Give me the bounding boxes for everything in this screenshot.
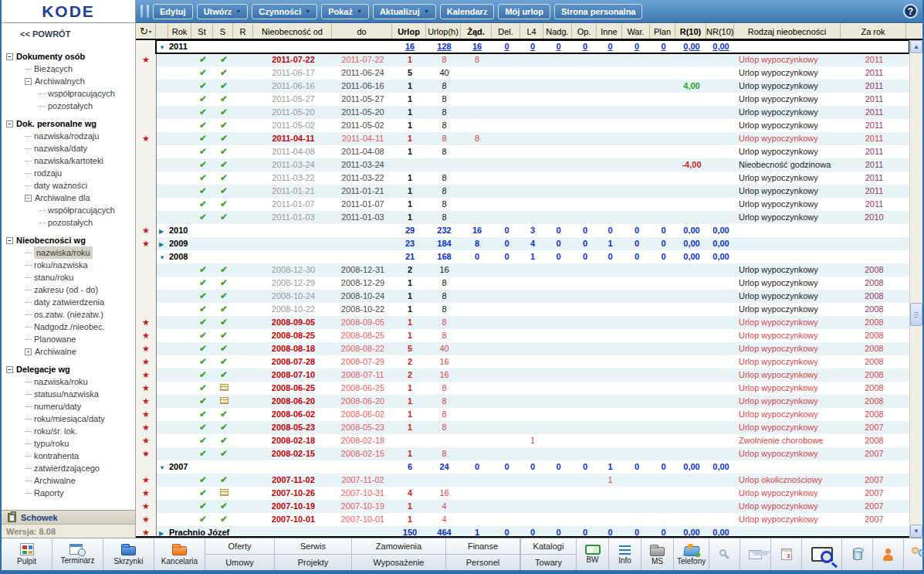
table-row[interactable]: ✔✔2011-05-272011-05-2718Urlop wypoczynko…	[136, 93, 909, 106]
table-row[interactable]: ✔✔2011-06-162011-06-16184,00Urlop wypocz…	[136, 80, 909, 93]
column-header-r[interactable]: R	[233, 23, 253, 39]
table-row[interactable]: ✔✔2011-01-212011-01-2118Urlop wypoczynko…	[136, 185, 909, 198]
scrollbar-thumb[interactable]	[910, 303, 922, 326]
collapse-icon[interactable]: ▼	[157, 460, 169, 474]
sidebar-item-nieobecności-wg[interactable]: −Nieobecności wg	[2, 234, 135, 246]
group-row-2010[interactable]: ★▶2010292321603000000,000,00	[136, 224, 909, 237]
table-row[interactable]: ✔✔2008-12-292008-12-2918Urlop wypoczynko…	[136, 277, 909, 290]
toolbar-button-pokaż[interactable]: Pokaż▼	[321, 4, 369, 19]
sidebar-item-dokumenty-osób[interactable]: −Dokumenty osób	[2, 50, 135, 63]
scroll-down-icon[interactable]: ▼	[910, 525, 922, 538]
sidebar-item-roku-nazwiska[interactable]: roku/nazwiska	[2, 259, 135, 271]
table-row[interactable]: ✔✔2011-03-242011-03-24-4,00Nieobecność g…	[136, 158, 909, 172]
table-row[interactable]: ★✔✔2008-02-182008-02-181Zwolnienie choro…	[136, 434, 909, 447]
toolbar-button-kalendarz[interactable]: Kalendarz	[440, 4, 495, 19]
toolbar-button-utwórz[interactable]: Utwórz▼	[197, 4, 249, 19]
column-header-nadg[interactable]: Nadg.	[543, 23, 572, 39]
help-icon[interactable]: ?	[903, 4, 918, 19]
table-row[interactable]: ✔✔2008-10-242008-10-2418Urlop wypoczynko…	[136, 290, 909, 303]
sidebar-item-zakresu-od-do[interactable]: zakresu (od - do)	[2, 284, 135, 296]
table-row[interactable]: ✔✔2011-01-072011-01-0718Urlop wypoczynko…	[136, 198, 909, 211]
column-header-rodzaj[interactable]: Rodzaj nieobecności	[734, 23, 841, 39]
column-header-l4[interactable]: L4	[520, 23, 543, 39]
column-header-do[interactable]: do	[332, 23, 392, 39]
expand-box-icon[interactable]: +	[25, 348, 32, 355]
user-icon-button[interactable]	[873, 538, 904, 570]
menu-item-oferty[interactable]: Oferty	[205, 538, 275, 555]
table-row[interactable]: ★✔✔2008-02-152008-02-1518Urlop wypoczynk…	[136, 447, 909, 460]
taskbar-app-pulpit[interactable]: Pulpit	[2, 538, 52, 570]
menu-item-personel[interactable]: Personel	[446, 555, 520, 571]
settings-gears-icon-button[interactable]	[904, 538, 924, 570]
table-row[interactable]: ✔✔2011-05-202011-05-2018Urlop wypoczynko…	[136, 106, 909, 119]
lookup-book-icon-button[interactable]	[802, 538, 842, 570]
sidebar-item-daty-zatwierdzenia[interactable]: daty zatwierdzenia	[2, 296, 135, 308]
table-row[interactable]: ★✔✔2007-10-012007-10-0114Urlop wypoczynk…	[136, 513, 909, 526]
sidebar-item-pozostałych[interactable]: pozostałych	[2, 100, 135, 112]
toolbar-button-mój-urlop[interactable]: Mój urlop	[498, 4, 550, 19]
sidebar-item-nazwiska-rodzaju[interactable]: nazwiska/rodzaju	[2, 130, 135, 142]
column-header-plan[interactable]: Plan	[650, 23, 675, 39]
module-button-info[interactable]: Info	[609, 538, 641, 570]
scrollbar-track[interactable]	[910, 53, 922, 525]
table-row[interactable]: ★✔✔2008-09-052008-09-0518Urlop wypoczynk…	[136, 316, 909, 329]
sidebar-item-archiwalne[interactable]: Archiwalne	[2, 474, 135, 487]
menu-item-wyposażenie[interactable]: Wyposażenie	[352, 555, 446, 571]
bin-icon-button[interactable]	[842, 538, 873, 570]
scroll-up-icon[interactable]: ▲	[910, 40, 922, 53]
sidebar-item-kontrahenta[interactable]: kontrahenta	[2, 450, 135, 462]
table-row[interactable]: ★✔✔2008-07-102008-07-11216Urlop wypoczyn…	[136, 369, 909, 382]
sidebar-item-bieżących[interactable]: Bieżących	[2, 63, 135, 75]
taskbar-app-skrzynki[interactable]: Skrzynki	[103, 538, 154, 570]
column-header-urlop[interactable]: Urlop	[392, 23, 426, 39]
column-header-zad[interactable]: Żąd.	[461, 23, 492, 39]
group-row-2008[interactable]: ▼200821168001000000,000,00	[136, 250, 909, 263]
sidebar-item-stanu-roku[interactable]: stanu/roku	[2, 271, 135, 284]
taskbar-app-terminarz[interactable]: Terminarz	[52, 538, 103, 570]
sidebar-item-nazwiska-roku[interactable]: nazwiska/roku	[2, 246, 135, 259]
group-row-2009[interactable]: ★▶200923184804001000,000,00	[136, 237, 909, 250]
sidebar-item-zatwierdzającego[interactable]: zatwierdzającego	[2, 462, 135, 474]
taskbar-app-kancelaria[interactable]: Kancelaria	[154, 538, 205, 570]
mail-icon-button[interactable]	[740, 538, 771, 570]
menu-item-towary[interactable]: Towary	[521, 555, 576, 570]
table-row[interactable]: ★✔✔2008-08-182008-08-22540Urlop wypoczyn…	[136, 342, 909, 355]
column-header-s[interactable]: S	[213, 23, 233, 39]
sidebar-item-archiwalnych[interactable]: −Archiwalnych	[2, 75, 135, 87]
search-icon-button[interactable]	[709, 538, 740, 570]
table-row[interactable]: ✔✔2008-10-222008-10-2218Urlop wypoczynko…	[136, 303, 909, 316]
table-row[interactable]: ★✔✔2007-11-022007-11-021Urlop okolicznoś…	[136, 474, 909, 487]
table-row[interactable]: ✔✔2011-06-172011-06-24540Urlop wypoczynk…	[136, 66, 909, 80]
table-row[interactable]: ✔✔2011-03-222011-03-2218Urlop wypoczynko…	[136, 172, 909, 185]
column-header-urloph[interactable]: Urlop(h)	[426, 23, 461, 39]
column-header-del[interactable]: Del.	[492, 23, 520, 39]
column-header-op[interactable]: Op.	[572, 23, 597, 39]
sidebar-item-współpracujących[interactable]: współpracujących	[2, 87, 135, 100]
table-row[interactable]: ✔✔2011-05-022011-05-0218Urlop wypoczynko…	[136, 119, 909, 132]
sidebar-item-delegacje-wg[interactable]: −Delegacje wg	[2, 363, 135, 375]
sidebar-item-os-zatw-niezatw[interactable]: os.zatw. (niezatw.)	[2, 308, 135, 321]
group-row-2007[interactable]: ▼2007624000001000,000,00	[136, 460, 909, 474]
table-row[interactable]: ★✔✔2008-08-252008-08-2518Urlop wypoczynk…	[136, 329, 909, 342]
table-row[interactable]: ★✔2008-06-252008-06-2518Urlop wypoczynko…	[136, 382, 909, 395]
table-row[interactable]: ★✔✔2008-06-022008-06-0218Urlop wypoczynk…	[136, 408, 909, 421]
table-row[interactable]: ★✔✔2011-07-222011-07-22188Urlop wypoczyn…	[136, 53, 909, 66]
toolbar-grip-icon[interactable]	[140, 5, 143, 18]
sidebar-item-statusu-nazwiska[interactable]: statusu/nazwiska	[2, 388, 135, 400]
collapse-icon[interactable]: ▼	[157, 250, 169, 263]
expand-icon[interactable]: ▶	[157, 224, 169, 237]
column-header-nr10[interactable]: NR(10)	[706, 23, 734, 39]
menu-item-serwis[interactable]: Serwis	[275, 538, 352, 555]
table-row[interactable]: ★✔2008-06-202008-06-2018Urlop wypoczynko…	[136, 395, 909, 408]
sidebar-item-roku-śr-lok[interactable]: roku/śr. lok.	[2, 425, 135, 437]
collapse-icon[interactable]: ▼	[157, 40, 169, 53]
group-row-prachnio-józef[interactable]: ★▶Prachnio Józef150464100000000,000,00	[136, 526, 909, 538]
refresh-header-cell[interactable]: ↻▾	[136, 23, 156, 39]
sidebar-item-typu-roku[interactable]: typu/roku	[2, 437, 135, 450]
calendar-icon-button[interactable]	[771, 538, 802, 570]
table-row[interactable]: ★✔✔2008-05-232008-05-2318Urlop wypoczynk…	[136, 421, 909, 434]
sidebar-item-nadgodz-nieobec[interactable]: Nadgodz./nieobec.	[2, 321, 135, 333]
column-header-st[interactable]: St	[191, 23, 213, 39]
sidebar-item-nazwiska-kartoteki[interactable]: nazwiska/kartoteki	[2, 155, 135, 167]
expand-icon[interactable]: ▶	[157, 237, 169, 250]
